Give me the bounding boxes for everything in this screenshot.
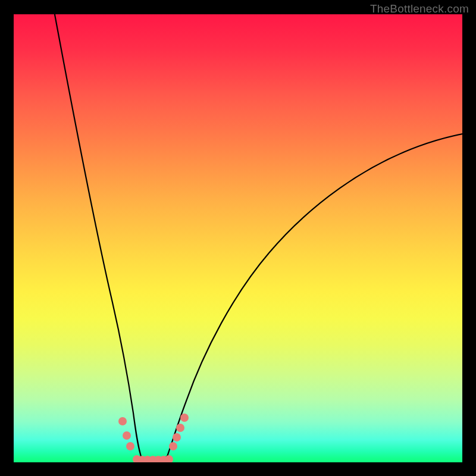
watermark-text: TheBottleneck.com [370, 2, 469, 15]
data-dot [169, 442, 177, 450]
data-dot [123, 431, 131, 440]
data-dot [180, 414, 189, 422]
data-dot [176, 424, 184, 432]
curve-right-branch [167, 133, 462, 456]
data-dot [173, 433, 181, 441]
curve-left-branch [54, 14, 141, 456]
data-dot [126, 442, 134, 450]
data-dot [118, 417, 127, 425]
chart-frame [14, 14, 462, 462]
bottleneck-curve [14, 14, 462, 462]
